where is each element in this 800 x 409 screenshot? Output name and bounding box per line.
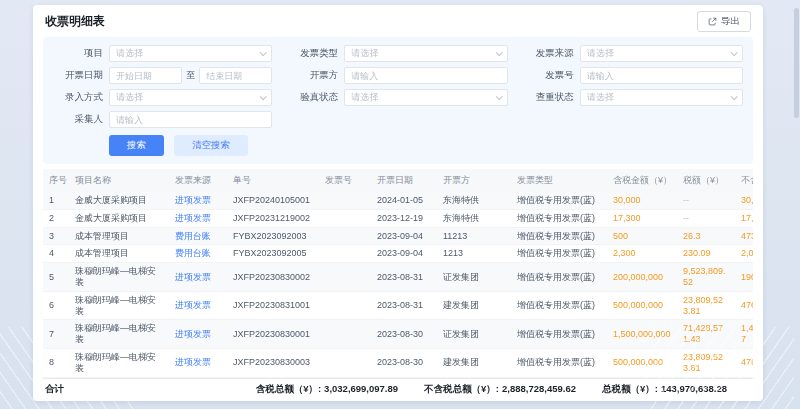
table-row: 8珠穆朗玛峰—电梯安装进项发票JXFP202308300032023-08-30… xyxy=(43,348,753,377)
search-button[interactable]: 搜索 xyxy=(109,135,164,156)
invoice-no-input-box[interactable] xyxy=(580,67,743,84)
table-cell xyxy=(319,192,371,209)
chevron-down-icon xyxy=(495,93,502,100)
date-start-input-box[interactable] xyxy=(109,67,182,84)
table-cell[interactable]: 费用台账 xyxy=(169,245,227,263)
table-cell: 东海特供 xyxy=(437,192,511,209)
verify-status-label: 验真状态 xyxy=(288,91,338,104)
table-cell: 证发集团 xyxy=(437,320,511,349)
invoice-table: 序号项目名称发票来源单号发票号开票日期开票方发票类型含税金额（¥）税额（¥）不含… xyxy=(43,169,753,378)
issuer-input[interactable] xyxy=(351,71,500,81)
table-cell: 增值税专用发票(蓝) xyxy=(511,320,607,349)
table-cell: 2023-09-04 xyxy=(371,227,437,245)
table-cell: -- xyxy=(677,209,735,227)
table-cell: 190,476,190.48 xyxy=(735,263,753,292)
invoice-date-label: 开票日期 xyxy=(53,69,103,82)
column-header: 发票来源 xyxy=(169,169,227,192)
entry-method-select-placeholder: 请选择 xyxy=(116,91,260,104)
table-row: 3成本管理项目费用台账FYBX20230920032023-09-0411213… xyxy=(43,227,753,245)
collector-input-box[interactable] xyxy=(109,111,272,128)
verify-status-select[interactable]: 请选择 xyxy=(344,89,507,106)
invoice-source-select[interactable]: 请选择 xyxy=(580,45,743,62)
table-cell: 2023-09-04 xyxy=(371,245,437,263)
table-cell: 17,300 xyxy=(607,209,677,227)
table-cell: 东海特供 xyxy=(437,209,511,227)
table-cell: 11213 xyxy=(437,227,511,245)
invoice-type-select[interactable]: 请选择 xyxy=(344,45,507,62)
invoice-source-select-placeholder: 请选择 xyxy=(587,47,731,60)
table-cell[interactable]: 进项发票 xyxy=(169,263,227,292)
vertical-scrollbar[interactable] xyxy=(794,2,799,407)
table-cell: 成本管理项目 xyxy=(69,227,169,245)
table-cell: 增值税专用发票(蓝) xyxy=(511,291,607,320)
invoice-source-label: 发票来源 xyxy=(524,47,574,60)
entry-method-select[interactable]: 请选择 xyxy=(109,89,272,106)
table-cell: 23,809,523.81 xyxy=(677,291,735,320)
table-cell[interactable]: 进项发票 xyxy=(169,348,227,377)
table-cell: 2023-08-30 xyxy=(371,348,437,377)
table-cell: 500 xyxy=(607,227,677,245)
table-cell: FYBX2023092005 xyxy=(227,245,319,263)
title-bar: 收票明细表 导出 xyxy=(33,5,763,36)
table-cell: 建发集团 xyxy=(437,348,511,377)
table-cell[interactable]: 进项发票 xyxy=(169,209,227,227)
column-header: 含税金额（¥） xyxy=(607,169,677,192)
table-cell[interactable]: 进项发票 xyxy=(169,291,227,320)
table-cell: JXFP20230830001 xyxy=(227,320,319,349)
date-end-input[interactable] xyxy=(206,71,265,81)
table-cell: 2 xyxy=(43,209,69,227)
table-cell: 26.3 xyxy=(677,227,735,245)
table-cell: 金威大厦采购项目 xyxy=(69,192,169,209)
project-select[interactable]: 请选择 xyxy=(109,45,272,62)
date-start-input[interactable] xyxy=(116,71,175,81)
table-cell xyxy=(319,320,371,349)
excl-tax-total: 不含税总额（¥）: 2,888,728,459.62 xyxy=(424,383,576,396)
table-cell: 增值税专用发票(蓝) xyxy=(511,263,607,292)
table-row: 5珠穆朗玛峰—电梯安装进项发票JXFP202308300022023-08-31… xyxy=(43,263,753,292)
export-icon xyxy=(708,17,717,26)
table-cell: 2023-12-19 xyxy=(371,209,437,227)
table-cell: 200,000,000 xyxy=(607,263,677,292)
chevron-down-icon xyxy=(731,49,738,56)
export-button[interactable]: 导出 xyxy=(697,11,751,32)
table-cell: 增值税专用发票(蓝) xyxy=(511,227,607,245)
invoice-no-input[interactable] xyxy=(587,71,736,81)
table-cell: 2,069.91 xyxy=(735,245,753,263)
dup-check-select[interactable]: 请选择 xyxy=(580,89,743,106)
table-cell: 30,000 xyxy=(735,192,753,209)
table-row: 1金威大厦采购项目进项发票JXFP202401050012024-01-05东海… xyxy=(43,192,753,209)
table-cell: 2023-08-31 xyxy=(371,291,437,320)
table-cell[interactable]: 进项发票 xyxy=(169,192,227,209)
dup-check-label: 查重状态 xyxy=(524,91,574,104)
table-cell xyxy=(319,245,371,263)
main-card: 收票明细表 导出 项目 请选择 发票类型 请选 xyxy=(33,5,763,401)
chevron-down-icon xyxy=(495,49,502,56)
invoice-table-wrap: 序号项目名称发票来源单号发票号开票日期开票方发票类型含税金额（¥）税额（¥）不含… xyxy=(43,169,753,378)
date-end-input-box[interactable] xyxy=(199,67,272,84)
chevron-down-icon xyxy=(260,93,267,100)
table-cell: 2023-08-30 xyxy=(371,320,437,349)
clear-search-button[interactable]: 清空搜索 xyxy=(174,135,248,156)
table-cell: 2024-01-05 xyxy=(371,192,437,209)
issuer-label: 开票方 xyxy=(288,69,338,82)
excl-tax-total-label: 不含税总额（¥）: xyxy=(424,383,499,396)
table-cell: 8 xyxy=(43,348,69,377)
table-cell: 1,500,000,000 xyxy=(607,320,677,349)
table-cell: 500,000,000 xyxy=(607,348,677,377)
table-cell[interactable]: 费用台账 xyxy=(169,227,227,245)
chevron-down-icon xyxy=(260,49,267,56)
issuer-input-box[interactable] xyxy=(344,67,507,84)
table-cell[interactable]: 进项发票 xyxy=(169,320,227,349)
table-cell: JXFP20230831001 xyxy=(227,291,319,320)
table-cell: 7 xyxy=(43,320,69,349)
table-cell xyxy=(319,209,371,227)
collector-input[interactable] xyxy=(116,115,265,125)
incl-tax-total-label: 含税总额（¥）: xyxy=(256,383,321,396)
scrollbar-thumb[interactable] xyxy=(794,8,799,118)
project-select-placeholder: 请选择 xyxy=(116,47,260,60)
filter-field-dup-check: 查重状态 请选择 xyxy=(524,89,743,106)
table-cell: 230.09 xyxy=(677,245,735,263)
table-cell: JXFP20230830003 xyxy=(227,348,319,377)
column-header: 开票日期 xyxy=(371,169,437,192)
verify-status-select-placeholder: 请选择 xyxy=(351,91,495,104)
